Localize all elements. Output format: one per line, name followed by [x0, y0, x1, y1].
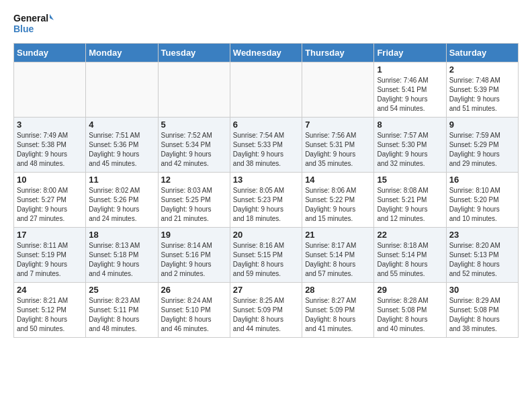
- day-details: Sunrise: 8:28 AMSunset: 5:08 PMDaylight:…: [377, 296, 443, 334]
- calendar-day-cell: 27Sunrise: 8:25 AMSunset: 5:09 PMDayligh…: [230, 283, 302, 338]
- day-details: Sunrise: 8:10 AMSunset: 5:20 PMDaylight:…: [449, 186, 515, 224]
- calendar-week-row: 10Sunrise: 8:00 AMSunset: 5:27 PMDayligh…: [14, 173, 519, 228]
- day-number: 28: [305, 285, 371, 295]
- day-details: Sunrise: 8:20 AMSunset: 5:13 PMDaylight:…: [449, 241, 515, 279]
- day-number: 4: [89, 120, 154, 130]
- day-number: 27: [233, 285, 299, 295]
- weekday-header-cell: Wednesday: [230, 44, 302, 62]
- svg-text:General: General: [13, 13, 48, 24]
- day-number: 15: [377, 175, 443, 185]
- day-number: 13: [233, 175, 299, 185]
- day-details: Sunrise: 7:57 AMSunset: 5:30 PMDaylight:…: [377, 131, 443, 169]
- calendar-day-cell: 21Sunrise: 8:17 AMSunset: 5:14 PMDayligh…: [302, 228, 374, 283]
- weekday-header-cell: Thursday: [302, 44, 374, 62]
- calendar-day-cell: [302, 62, 374, 118]
- header: General Blue: [13, 11, 519, 35]
- calendar-week-row: 1Sunrise: 7:46 AMSunset: 5:41 PMDaylight…: [14, 62, 519, 118]
- day-number: 2: [449, 64, 515, 75]
- svg-text:Blue: Blue: [13, 24, 34, 34]
- weekday-header-cell: Monday: [86, 44, 158, 62]
- calendar-day-cell: 6Sunrise: 7:54 AMSunset: 5:33 PMDaylight…: [230, 118, 302, 173]
- calendar-day-cell: [86, 62, 158, 118]
- day-details: Sunrise: 8:14 AMSunset: 5:16 PMDaylight:…: [161, 241, 227, 279]
- day-details: Sunrise: 8:11 AMSunset: 5:19 PMDaylight:…: [17, 241, 83, 279]
- calendar-day-cell: 1Sunrise: 7:46 AMSunset: 5:41 PMDaylight…: [374, 62, 446, 118]
- weekday-header-cell: Tuesday: [158, 44, 230, 62]
- calendar-day-cell: 14Sunrise: 8:06 AMSunset: 5:22 PMDayligh…: [302, 173, 374, 228]
- day-details: Sunrise: 7:59 AMSunset: 5:29 PMDaylight:…: [449, 131, 515, 169]
- calendar-day-cell: 29Sunrise: 8:28 AMSunset: 5:08 PMDayligh…: [374, 283, 446, 338]
- day-details: Sunrise: 7:48 AMSunset: 5:39 PMDaylight:…: [449, 76, 515, 113]
- calendar-day-cell: 28Sunrise: 8:27 AMSunset: 5:09 PMDayligh…: [302, 283, 374, 338]
- day-details: Sunrise: 8:13 AMSunset: 5:18 PMDaylight:…: [89, 241, 154, 279]
- day-details: Sunrise: 8:21 AMSunset: 5:12 PMDaylight:…: [17, 296, 83, 334]
- calendar-body: 1Sunrise: 7:46 AMSunset: 5:41 PMDaylight…: [14, 62, 519, 338]
- day-number: 10: [17, 175, 83, 185]
- calendar-week-row: 24Sunrise: 8:21 AMSunset: 5:12 PMDayligh…: [14, 283, 519, 338]
- calendar-day-cell: 5Sunrise: 7:52 AMSunset: 5:34 PMDaylight…: [158, 118, 230, 173]
- day-number: 30: [449, 285, 515, 295]
- day-details: Sunrise: 8:02 AMSunset: 5:26 PMDaylight:…: [89, 186, 154, 224]
- logo: General Blue: [13, 11, 54, 35]
- calendar-day-cell: 9Sunrise: 7:59 AMSunset: 5:29 PMDaylight…: [446, 118, 518, 173]
- day-details: Sunrise: 7:56 AMSunset: 5:31 PMDaylight:…: [305, 131, 371, 169]
- calendar-day-cell: 24Sunrise: 8:21 AMSunset: 5:12 PMDayligh…: [14, 283, 86, 338]
- calendar-day-cell: 18Sunrise: 8:13 AMSunset: 5:18 PMDayligh…: [86, 228, 158, 283]
- day-details: Sunrise: 8:00 AMSunset: 5:27 PMDaylight:…: [17, 186, 83, 224]
- day-number: 22: [377, 230, 443, 240]
- day-number: 9: [449, 120, 515, 130]
- calendar-day-cell: 7Sunrise: 7:56 AMSunset: 5:31 PMDaylight…: [302, 118, 374, 173]
- day-number: 20: [233, 230, 299, 240]
- calendar-day-cell: 25Sunrise: 8:23 AMSunset: 5:11 PMDayligh…: [86, 283, 158, 338]
- day-details: Sunrise: 7:51 AMSunset: 5:36 PMDaylight:…: [89, 131, 154, 169]
- day-details: Sunrise: 8:05 AMSunset: 5:23 PMDaylight:…: [233, 186, 299, 224]
- day-details: Sunrise: 7:49 AMSunset: 5:38 PMDaylight:…: [17, 131, 83, 169]
- calendar-day-cell: 15Sunrise: 8:08 AMSunset: 5:21 PMDayligh…: [374, 173, 446, 228]
- calendar-day-cell: 26Sunrise: 8:24 AMSunset: 5:10 PMDayligh…: [158, 283, 230, 338]
- day-details: Sunrise: 8:24 AMSunset: 5:10 PMDaylight:…: [161, 296, 227, 334]
- day-details: Sunrise: 8:29 AMSunset: 5:08 PMDaylight:…: [449, 296, 515, 334]
- day-details: Sunrise: 8:16 AMSunset: 5:15 PMDaylight:…: [233, 241, 299, 279]
- calendar-day-cell: 13Sunrise: 8:05 AMSunset: 5:23 PMDayligh…: [230, 173, 302, 228]
- day-number: 14: [305, 175, 371, 185]
- day-number: 5: [161, 120, 227, 130]
- day-number: 12: [161, 175, 227, 185]
- day-number: 26: [161, 285, 227, 295]
- day-number: 25: [89, 285, 154, 295]
- day-details: Sunrise: 8:08 AMSunset: 5:21 PMDaylight:…: [377, 186, 443, 224]
- day-details: Sunrise: 8:23 AMSunset: 5:11 PMDaylight:…: [89, 296, 154, 334]
- calendar-day-cell: 22Sunrise: 8:18 AMSunset: 5:14 PMDayligh…: [374, 228, 446, 283]
- calendar-day-cell: 11Sunrise: 8:02 AMSunset: 5:26 PMDayligh…: [86, 173, 158, 228]
- day-number: 8: [377, 120, 443, 130]
- calendar-day-cell: 17Sunrise: 8:11 AMSunset: 5:19 PMDayligh…: [14, 228, 86, 283]
- day-details: Sunrise: 7:54 AMSunset: 5:33 PMDaylight:…: [233, 131, 299, 169]
- calendar-day-cell: 10Sunrise: 8:00 AMSunset: 5:27 PMDayligh…: [14, 173, 86, 228]
- day-details: Sunrise: 8:25 AMSunset: 5:09 PMDaylight:…: [233, 296, 299, 334]
- logo-svg: General Blue: [13, 11, 54, 35]
- day-number: 1: [377, 64, 443, 75]
- day-details: Sunrise: 7:46 AMSunset: 5:41 PMDaylight:…: [377, 76, 443, 113]
- calendar: SundayMondayTuesdayWednesdayThursdayFrid…: [13, 43, 519, 338]
- day-number: 18: [89, 230, 154, 240]
- calendar-day-cell: 2Sunrise: 7:48 AMSunset: 5:39 PMDaylight…: [446, 62, 518, 118]
- calendar-week-row: 17Sunrise: 8:11 AMSunset: 5:19 PMDayligh…: [14, 228, 519, 283]
- calendar-day-cell: 8Sunrise: 7:57 AMSunset: 5:30 PMDaylight…: [374, 118, 446, 173]
- weekday-header-cell: Sunday: [14, 44, 86, 62]
- calendar-day-cell: 23Sunrise: 8:20 AMSunset: 5:13 PMDayligh…: [446, 228, 518, 283]
- day-number: 29: [377, 285, 443, 295]
- weekday-header-cell: Friday: [374, 44, 446, 62]
- day-number: 21: [305, 230, 371, 240]
- day-number: 17: [17, 230, 83, 240]
- calendar-day-cell: 30Sunrise: 8:29 AMSunset: 5:08 PMDayligh…: [446, 283, 518, 338]
- calendar-day-cell: 4Sunrise: 7:51 AMSunset: 5:36 PMDaylight…: [86, 118, 158, 173]
- day-number: 19: [161, 230, 227, 240]
- day-number: 6: [233, 120, 299, 130]
- calendar-day-cell: 12Sunrise: 8:03 AMSunset: 5:25 PMDayligh…: [158, 173, 230, 228]
- calendar-day-cell: 19Sunrise: 8:14 AMSunset: 5:16 PMDayligh…: [158, 228, 230, 283]
- page: General Blue SundayMondayTuesdayWednesda…: [0, 0, 532, 345]
- calendar-day-cell: 16Sunrise: 8:10 AMSunset: 5:20 PMDayligh…: [446, 173, 518, 228]
- day-details: Sunrise: 8:06 AMSunset: 5:22 PMDaylight:…: [305, 186, 371, 224]
- calendar-day-cell: [230, 62, 302, 118]
- day-number: 23: [449, 230, 515, 240]
- day-details: Sunrise: 8:18 AMSunset: 5:14 PMDaylight:…: [377, 241, 443, 279]
